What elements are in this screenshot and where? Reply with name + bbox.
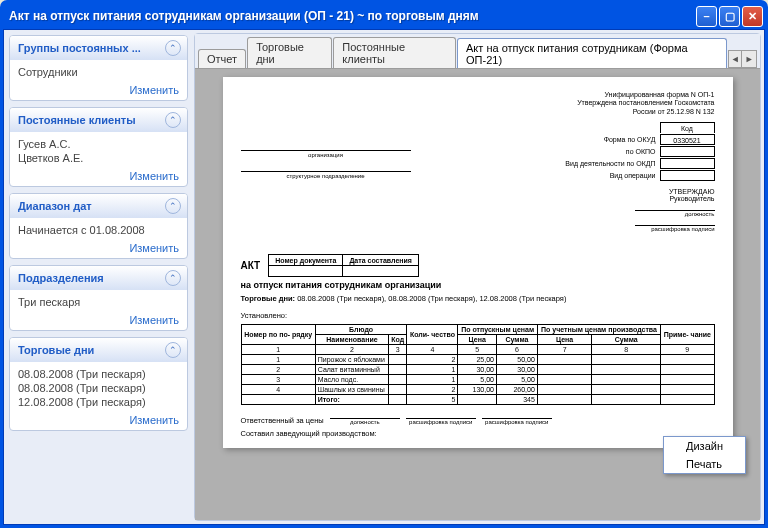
- ustanovleno: Установлено:: [241, 311, 715, 320]
- approve-role: Руководитель: [635, 195, 715, 202]
- minimize-button[interactable]: –: [696, 6, 717, 27]
- num-label: Номер документа: [269, 255, 343, 266]
- sidebar: Группы постоянных ... ⌃ Сотрудники Измен…: [7, 33, 190, 521]
- window-title: Акт на отпуск питания сотрудникам органи…: [9, 9, 696, 23]
- tab-report[interactable]: Отчет: [198, 49, 246, 68]
- okud-label: Форма по ОКУД: [604, 136, 660, 143]
- maximize-button[interactable]: ▢: [719, 6, 740, 27]
- form-line: Унифицированная форма N ОП-1: [577, 91, 714, 99]
- panel-clients: Постоянные клиенты ⌃ Гусев А.С. Цветков …: [9, 107, 188, 187]
- table-total: Итого:5345: [241, 395, 714, 405]
- date-label: Дата составления: [343, 255, 419, 266]
- table-row: 1Пирожок с яблоками225,0050,00: [241, 355, 714, 365]
- torg-value: 08.08.2008 (Три пескаря), 08.08.2008 (Тр…: [297, 294, 566, 303]
- chevron-up-icon: ⌃: [165, 270, 181, 286]
- panel-dept-header[interactable]: Подразделения ⌃: [10, 266, 187, 290]
- form-line: Утверждена постановлением Госкомстата: [577, 99, 714, 107]
- chevron-up-icon: ⌃: [165, 198, 181, 214]
- document-page: Унифицированная форма N ОП-1 Утверждена …: [223, 77, 733, 448]
- okud-value: 0330521: [660, 134, 715, 145]
- panel-groups-title: Группы постоянных ...: [18, 42, 141, 54]
- resp-label: Ответственный за цены: [241, 416, 324, 425]
- list-item: Три пескаря: [18, 296, 179, 308]
- panel-groups-header[interactable]: Группы постоянных ... ⌃: [10, 36, 187, 60]
- menu-item-print[interactable]: Печать: [664, 455, 745, 473]
- panel-clients-title: Постоянные клиенты: [18, 114, 136, 126]
- org-caption: организация: [241, 152, 411, 158]
- change-link[interactable]: Изменить: [18, 314, 179, 326]
- tab-scroll-left[interactable]: ◄: [728, 50, 743, 68]
- tab-akt[interactable]: Акт на отпуск питания сотрудникам (Форма…: [457, 38, 727, 69]
- list-item: 12.08.2008 (Три пескаря): [18, 396, 179, 408]
- approve-heading: УТВЕРЖДАЮ: [635, 188, 715, 195]
- change-link[interactable]: Изменить: [18, 170, 179, 182]
- context-menu: Дизайн Печать: [663, 436, 746, 474]
- form-line: России от 25.12.98 N 132: [577, 108, 714, 116]
- oper-value: [660, 170, 715, 181]
- zav-label: Составил заведующий производством:: [241, 429, 377, 438]
- change-link[interactable]: Изменить: [18, 84, 179, 96]
- change-link[interactable]: Изменить: [18, 414, 179, 426]
- panel-clients-header[interactable]: Постоянные клиенты ⌃: [10, 108, 187, 132]
- table-row: 3Масло подс.15,005,00: [241, 375, 714, 385]
- doc-title: на отпуск питания сотрудникам организаци…: [241, 280, 715, 290]
- panel-days-header[interactable]: Торговые дни ⌃: [10, 338, 187, 362]
- change-link[interactable]: Изменить: [18, 242, 179, 254]
- tabs: Отчет Торговые дни Постоянные клиенты Ак…: [195, 34, 760, 68]
- main-table: Номер по по- рядку Блюдо Коли- чество По…: [241, 324, 715, 405]
- okdp-value: [660, 158, 715, 169]
- panel-days-title: Торговые дни: [18, 344, 94, 356]
- panel-groups: Группы постоянных ... ⌃ Сотрудники Измен…: [9, 35, 188, 101]
- torg-label: Торговые дни:: [241, 294, 296, 303]
- panel-dates-header[interactable]: Диапазон дат ⌃: [10, 194, 187, 218]
- app-window: Акт на отпуск питания сотрудникам органи…: [0, 0, 768, 528]
- list-item: 08.08.2008 (Три пескаря): [18, 368, 179, 380]
- okpo-label: по ОКПО: [626, 148, 660, 155]
- struct-caption: структурное подразделение: [241, 173, 411, 179]
- chevron-up-icon: ⌃: [165, 112, 181, 128]
- main-area: Отчет Торговые дни Постоянные клиенты Ак…: [194, 33, 761, 521]
- kod-header: Код: [660, 122, 715, 133]
- list-item: Гусев А.С.: [18, 138, 179, 150]
- panel-dept-title: Подразделения: [18, 272, 104, 284]
- list-item: Цветков А.Е.: [18, 152, 179, 164]
- close-button[interactable]: ✕: [742, 6, 763, 27]
- panel-days: Торговые дни ⌃ 08.08.2008 (Три пескаря) …: [9, 337, 188, 431]
- panel-dept: Подразделения ⌃ Три пескаря Изменить: [9, 265, 188, 331]
- chevron-up-icon: ⌃: [165, 342, 181, 358]
- panel-dates: Диапазон дат ⌃ Начинается с 01.08.2008 И…: [9, 193, 188, 259]
- menu-item-design[interactable]: Дизайн: [664, 437, 745, 455]
- akt-heading: АКТ: [241, 260, 261, 271]
- numdate-table: Номер документаДата составления: [268, 254, 419, 277]
- list-item: Сотрудники: [18, 66, 179, 78]
- tab-days[interactable]: Торговые дни: [247, 37, 332, 68]
- chevron-up-icon: ⌃: [165, 40, 181, 56]
- tab-scroll-right[interactable]: ►: [742, 50, 757, 68]
- document-viewport[interactable]: Унифицированная форма N ОП-1 Утверждена …: [195, 68, 760, 520]
- tab-clients[interactable]: Постоянные клиенты: [333, 37, 456, 68]
- okdp-label: Вид деятельности по ОКДП: [565, 160, 659, 167]
- table-row: 2Салат витаминный130,0030,00: [241, 365, 714, 375]
- okpo-value: [660, 146, 715, 157]
- oper-label: Вид операции: [610, 172, 660, 179]
- table-row: 4Шашлык из свинины2130,00260,00: [241, 385, 714, 395]
- titlebar: Акт на отпуск питания сотрудникам органи…: [3, 3, 765, 29]
- client-area: Группы постоянных ... ⌃ Сотрудники Измен…: [3, 29, 765, 525]
- list-item: 08.08.2008 (Три пескаря): [18, 382, 179, 394]
- panel-dates-title: Диапазон дат: [18, 200, 92, 212]
- list-item: Начинается с 01.08.2008: [18, 224, 179, 236]
- sign-caption: расшифровка подписи: [635, 226, 715, 232]
